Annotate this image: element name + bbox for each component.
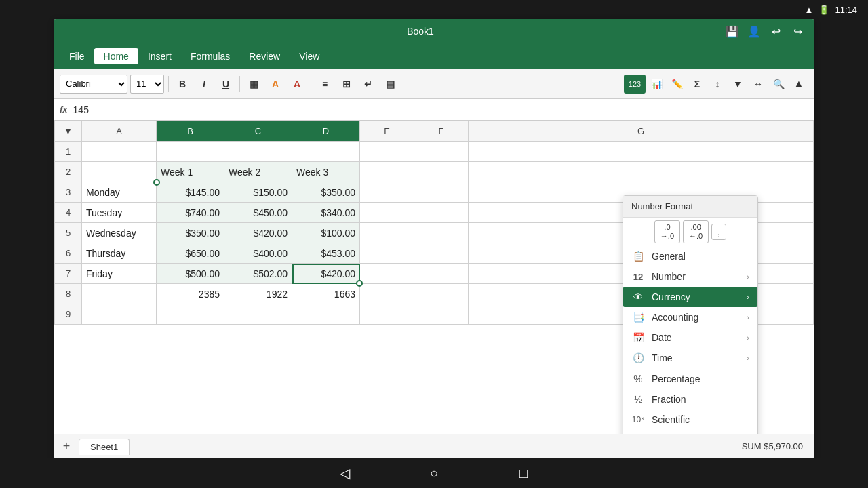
nf-item-currency[interactable]: 👁 Currency › bbox=[623, 287, 757, 307]
filter-button[interactable]: ▼ bbox=[728, 75, 747, 94]
home-button[interactable]: ○ bbox=[423, 462, 445, 484]
sheet1-tab[interactable]: Sheet1 bbox=[79, 439, 130, 455]
cell-c8[interactable]: 1922 bbox=[224, 284, 292, 304]
col-header-g[interactable]: G bbox=[469, 121, 814, 142]
col-header-a[interactable]: A bbox=[82, 121, 157, 142]
back-button[interactable]: ◁ bbox=[334, 462, 355, 484]
cell-f3[interactable] bbox=[414, 182, 469, 203]
cell-e7[interactable] bbox=[360, 264, 414, 284]
cell-b5[interactable]: $350.00 bbox=[157, 223, 224, 243]
cell-c3[interactable]: $150.00 bbox=[224, 182, 292, 203]
cell-a2[interactable] bbox=[82, 162, 157, 182]
cell-b7[interactable]: $500.00 bbox=[157, 264, 224, 284]
wrap-button[interactable]: ↵ bbox=[359, 75, 378, 94]
redo-button[interactable]: ↪ bbox=[789, 23, 806, 39]
nf-item-date[interactable]: 📅 Date › bbox=[623, 327, 757, 348]
border-button[interactable]: ▦ bbox=[244, 75, 263, 94]
cell-b8[interactable]: 2385 bbox=[157, 284, 224, 304]
menu-home[interactable]: Home bbox=[94, 48, 138, 64]
col-header-e[interactable]: E bbox=[360, 121, 414, 142]
menu-file[interactable]: File bbox=[60, 48, 94, 64]
cell-a7[interactable]: Friday bbox=[82, 264, 157, 284]
cell-c6[interactable]: $400.00 bbox=[224, 243, 292, 264]
cell-c2[interactable]: Week 2 bbox=[224, 162, 292, 182]
menu-view[interactable]: View bbox=[290, 48, 329, 64]
cell-a3[interactable]: Monday bbox=[82, 182, 157, 203]
cell-e5[interactable] bbox=[360, 223, 414, 243]
cell-a1[interactable] bbox=[82, 142, 157, 162]
cell-f1[interactable] bbox=[414, 142, 469, 162]
font-family-select[interactable]: Calibri bbox=[60, 75, 127, 94]
cell-g2[interactable] bbox=[469, 162, 814, 182]
number-format-button[interactable]: 123 bbox=[624, 75, 646, 94]
cell-d7[interactable]: $420.00 bbox=[292, 264, 360, 284]
col-header-f[interactable]: F bbox=[414, 121, 469, 142]
nf-item-accounting[interactable]: 📑 Accounting › bbox=[623, 307, 757, 327]
cell-f7[interactable] bbox=[414, 264, 469, 284]
cell-d4[interactable]: $340.00 bbox=[292, 203, 360, 223]
cell-d3[interactable]: $350.00 bbox=[292, 182, 360, 203]
cell-a6[interactable]: Thursday bbox=[82, 243, 157, 264]
menu-insert[interactable]: Insert bbox=[138, 48, 181, 64]
save-button[interactable]: 💾 bbox=[724, 23, 741, 39]
cell-d5[interactable]: $100.00 bbox=[292, 223, 360, 243]
cell-d8[interactable]: 1663 bbox=[292, 284, 360, 304]
nf-item-general[interactable]: 📋 General bbox=[623, 246, 757, 266]
font-color-button[interactable]: A bbox=[288, 75, 307, 94]
cell-d6[interactable]: $453.00 bbox=[292, 243, 360, 264]
styles-button[interactable]: ✏️ bbox=[667, 75, 686, 94]
format-cells-button[interactable]: ↔ bbox=[749, 75, 768, 94]
nf-item-percentage[interactable]: % Percentage bbox=[623, 368, 757, 389]
cell-b2[interactable]: Week 1 bbox=[157, 162, 224, 182]
search-button[interactable]: 🔍 bbox=[769, 75, 788, 94]
cell-f9[interactable] bbox=[414, 304, 469, 325]
fill-color-button[interactable]: A bbox=[266, 75, 285, 94]
user-button[interactable]: 👤 bbox=[746, 23, 762, 39]
cell-e6[interactable] bbox=[360, 243, 414, 264]
menu-review[interactable]: Review bbox=[239, 48, 290, 64]
nf-item-text[interactable]: ABC Text bbox=[623, 430, 757, 434]
format-button[interactable]: ▤ bbox=[380, 75, 399, 94]
cell-a5[interactable]: Wednesday bbox=[82, 223, 157, 243]
merge-button[interactable]: ⊞ bbox=[337, 75, 356, 94]
increase-decimal-button[interactable]: .00←.0 bbox=[683, 220, 709, 243]
undo-button[interactable]: ↩ bbox=[768, 23, 784, 39]
cell-b4[interactable]: $740.00 bbox=[157, 203, 224, 223]
cell-e9[interactable] bbox=[360, 304, 414, 325]
cell-f8[interactable] bbox=[414, 284, 469, 304]
cell-c9[interactable] bbox=[224, 304, 292, 325]
cell-a4[interactable]: Tuesday bbox=[82, 203, 157, 223]
italic-button[interactable]: I bbox=[195, 75, 214, 94]
cell-e1[interactable] bbox=[360, 142, 414, 162]
cell-c7[interactable]: $502.00 bbox=[224, 264, 292, 284]
cell-b3[interactable]: $145.00 bbox=[157, 182, 224, 203]
cell-a8[interactable] bbox=[82, 284, 157, 304]
cell-d9[interactable] bbox=[292, 304, 360, 325]
font-size-select[interactable]: 11 bbox=[130, 75, 164, 94]
conditional-format-button[interactable]: 📊 bbox=[647, 75, 666, 94]
cell-c4[interactable]: $450.00 bbox=[224, 203, 292, 223]
cell-g1[interactable] bbox=[469, 142, 814, 162]
cell-f6[interactable] bbox=[414, 243, 469, 264]
cell-e8[interactable] bbox=[360, 284, 414, 304]
align-center-button[interactable]: ≡ bbox=[315, 75, 334, 94]
nf-item-fraction[interactable]: ½ Fraction bbox=[623, 389, 757, 409]
cell-c5[interactable]: $420.00 bbox=[224, 223, 292, 243]
col-header-d[interactable]: D bbox=[292, 121, 360, 142]
nf-item-scientific[interactable]: 10ˣ Scientific bbox=[623, 409, 757, 430]
nf-item-time[interactable]: 🕐 Time › bbox=[623, 348, 757, 368]
cell-f4[interactable] bbox=[414, 203, 469, 223]
add-sheet-button[interactable]: + bbox=[57, 437, 76, 456]
scroll-up-button[interactable]: ▲ bbox=[789, 75, 808, 94]
nf-item-number[interactable]: 12 Number › bbox=[623, 266, 757, 287]
cell-f5[interactable] bbox=[414, 223, 469, 243]
cell-f2[interactable] bbox=[414, 162, 469, 182]
cell-e3[interactable] bbox=[360, 182, 414, 203]
bold-button[interactable]: B bbox=[173, 75, 192, 94]
cell-d1[interactable] bbox=[292, 142, 360, 162]
col-header-c[interactable]: C bbox=[224, 121, 292, 142]
underline-button[interactable]: U bbox=[216, 75, 235, 94]
cell-d2[interactable]: Week 3 bbox=[292, 162, 360, 182]
comma-style-button[interactable]: , bbox=[711, 224, 726, 240]
sigma-button[interactable]: Σ bbox=[688, 75, 707, 94]
